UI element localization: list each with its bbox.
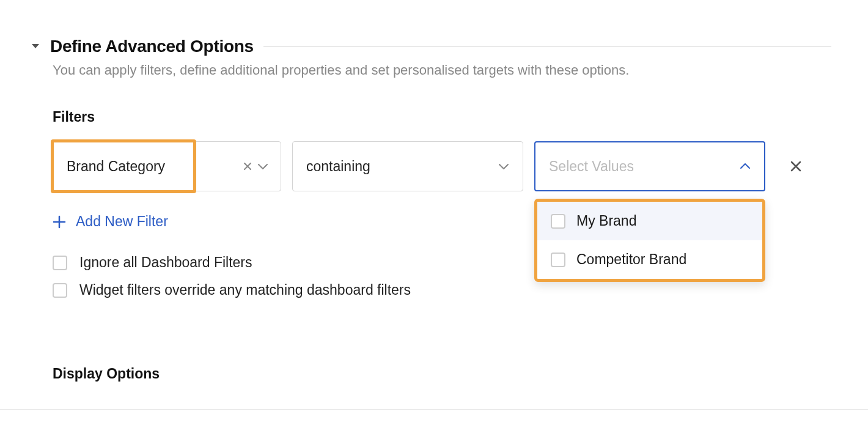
divider [263, 46, 831, 47]
values-dropdown: My Brand Competitor Brand [534, 199, 765, 282]
checkbox-icon[interactable] [551, 214, 565, 229]
chevron-down-icon [257, 163, 268, 170]
checkbox-icon[interactable] [53, 283, 67, 298]
chevron-up-icon [740, 163, 751, 170]
section-title: Define Advanced Options [50, 37, 254, 56]
checkbox-icon[interactable] [53, 256, 67, 270]
dropdown-option-label: My Brand [576, 213, 636, 229]
filter-row: Brand Category containing Select [53, 141, 831, 191]
checkbox-label: Ignore all Dashboard Filters [79, 254, 252, 271]
values-select[interactable]: Select Values [534, 141, 765, 191]
dropdown-option[interactable]: Competitor Brand [537, 240, 762, 279]
checkbox-label: Widget filters override any matching das… [79, 282, 411, 298]
dropdown-option-label: Competitor Brand [576, 251, 686, 268]
clear-category-icon[interactable] [243, 161, 252, 171]
dropdown-option[interactable]: My Brand [537, 202, 762, 240]
collapse-icon[interactable] [31, 43, 40, 50]
section-subtitle: You can apply filters, define additional… [53, 62, 831, 78]
plus-icon [53, 215, 66, 229]
values-placeholder: Select Values [549, 158, 634, 175]
display-options-heading: Display Options [53, 366, 831, 382]
checkbox-icon[interactable] [551, 253, 565, 267]
operator-select[interactable]: containing [292, 141, 523, 191]
add-filter-label: Add New Filter [76, 213, 168, 230]
category-label: Brand Category [53, 158, 243, 175]
chevron-down-icon [498, 163, 509, 170]
widget-override-checkbox[interactable]: Widget filters override any matching das… [53, 282, 831, 298]
category-select[interactable]: Brand Category [53, 141, 281, 191]
filters-heading: Filters [53, 109, 831, 125]
remove-filter-icon[interactable] [789, 159, 803, 174]
operator-label: containing [306, 158, 370, 175]
divider [0, 409, 868, 410]
